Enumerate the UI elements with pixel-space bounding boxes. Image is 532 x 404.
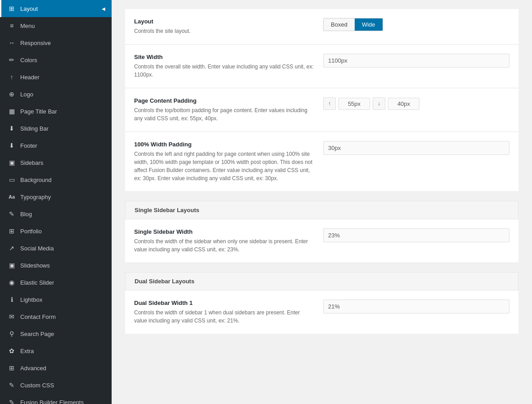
sidebar-item-label: Contact Form [20, 313, 105, 320]
sidebar-item-layout[interactable]: ⊞ Layout ◀ [0, 0, 112, 17]
colors-icon: ✏ [8, 56, 16, 64]
sidebar-item-background[interactable]: ▭ Background [0, 171, 112, 188]
width-padding-input[interactable] [323, 141, 509, 155]
main-content: Layout Controls the site layout. Boxed W… [112, 0, 532, 404]
single-sidebar-width-input[interactable] [323, 228, 509, 242]
layout-icon: ⊞ [8, 5, 16, 13]
setting-control-page-content-padding: ↑ ↓ [323, 97, 509, 110]
layout-button-group: Boxed Wide [323, 18, 383, 31]
sidebar-item-social-media[interactable]: ↗ Social Media [0, 240, 112, 257]
sidebar-item-label: Social Media [20, 245, 105, 252]
sidebar-item-slideshows[interactable]: ▣ Slideshows [0, 257, 112, 274]
setting-title-layout: Layout [134, 18, 314, 25]
setting-control-dual-sidebar-width-1 [323, 300, 509, 313]
sidebar-item-blog[interactable]: ✎ Blog [0, 205, 112, 222]
sidebar-item-label: Search Page [20, 331, 105, 337]
sidebar-item-label: Elastic Slider [20, 279, 105, 286]
sidebar-item-label: Header [20, 74, 105, 81]
sidebar-item-contact-form[interactable]: ✉ Contact Form [0, 308, 112, 325]
setting-control-width-padding [323, 141, 509, 155]
logo-icon: ⊕ [8, 90, 16, 98]
setting-label-single-sidebar-width: Single Sidebar Width Controls the width … [134, 228, 323, 254]
sidebar-item-label: Page Title Bar [20, 108, 105, 115]
footer-icon: ⬇ [8, 141, 16, 150]
responsive-icon: ↔ [8, 39, 16, 47]
sidebar-item-responsive[interactable]: ↔ Responsive [0, 34, 112, 51]
search-page-icon: ⚲ [8, 330, 16, 338]
setting-label-dual-sidebar-width-1: Dual Sidebar Width 1 Controls the width … [134, 300, 323, 325]
sidebar-item-label: Background [20, 177, 105, 183]
setting-control-single-sidebar-width [323, 228, 509, 242]
setting-desc-layout: Controls the site layout. [134, 27, 314, 35]
setting-row-dual-sidebar-width-1: Dual Sidebar Width 1 Controls the width … [125, 291, 518, 334]
elastic-slider-icon: ◉ [8, 278, 16, 286]
sidebar-item-logo[interactable]: ⊕ Logo [0, 86, 112, 103]
section-header-dual-sidebar: Dual Sidebar Layouts [125, 272, 518, 291]
sidebar-item-advanced[interactable]: ⊞ Advanced [0, 359, 112, 377]
contact-form-icon: ✉ [8, 313, 16, 321]
sidebar-item-portfolio[interactable]: ⊞ Portfolio [0, 222, 112, 240]
setting-title-single-sidebar-width: Single Sidebar Width [134, 228, 314, 235]
sidebar-item-label: Blog [20, 211, 105, 218]
page-title-bar-icon: ▦ [8, 107, 16, 115]
setting-desc-site-width: Controls the overall site width. Enter v… [134, 63, 314, 79]
sidebar-item-extra[interactable]: ✿ Extra [0, 342, 112, 359]
sidebar-item-label: Menu [20, 23, 105, 29]
sidebar-item-sliding-bar[interactable]: ⬇ Sliding Bar [0, 120, 112, 137]
setting-title-page-content-padding: Page Content Padding [134, 97, 314, 104]
sidebar-item-custom-css[interactable]: ✎ Custom CSS [0, 377, 112, 394]
setting-control-layout: Boxed Wide [323, 18, 509, 31]
sidebar-item-typography[interactable]: Aa Typography [0, 188, 112, 205]
lightbox-icon: ℹ [8, 295, 16, 304]
sidebar-item-fusion-builder-elements[interactable]: ✎ Fusion Builder Elements [0, 394, 112, 404]
extra-icon: ✿ [8, 347, 16, 355]
social-media-icon: ↗ [8, 244, 16, 252]
active-arrow-icon: ◀ [102, 6, 105, 11]
sidebar-item-label: Responsive [20, 40, 105, 46]
padding-bottom-input[interactable] [388, 98, 419, 110]
padding-top-input[interactable] [338, 98, 370, 110]
sidebar-item-label: Lightbox [20, 296, 105, 303]
sidebar-item-label: Portfolio [20, 228, 105, 235]
padding-control-top: ↑ ↓ [323, 97, 419, 110]
setting-row-layout: Layout Controls the site layout. Boxed W… [125, 9, 518, 45]
dual-sidebar-width-1-input[interactable] [323, 300, 509, 313]
layout-boxed-button[interactable]: Boxed [324, 18, 355, 31]
slideshows-icon: ▣ [8, 261, 16, 269]
setting-title-site-width: Site Width [134, 54, 314, 60]
sidebar-item-header[interactable]: ↑ Header [0, 68, 112, 86]
sidebar-item-lightbox[interactable]: ℹ Lightbox [0, 291, 112, 308]
layout-wide-button[interactable]: Wide [355, 18, 383, 31]
padding-top-down-button[interactable]: ↓ [373, 97, 385, 110]
sidebar-item-elastic-slider[interactable]: ◉ Elastic Slider [0, 274, 112, 291]
sidebar-item-search-page[interactable]: ⚲ Search Page [0, 325, 112, 342]
setting-desc-dual-sidebar-width-1: Controls the width of sidebar 1 when dua… [134, 309, 314, 325]
setting-desc-single-sidebar-width: Controls the width of the sidebar when o… [134, 237, 314, 254]
sidebar-item-label: Advanced [20, 365, 105, 372]
sidebar-item-page-title-bar[interactable]: ▦ Page Title Bar [0, 103, 112, 120]
padding-top-up-button[interactable]: ↑ [323, 97, 336, 110]
sidebar-item-menu[interactable]: ≡ Menu [0, 17, 112, 34]
sliding-bar-icon: ⬇ [8, 124, 16, 132]
setting-label-layout: Layout Controls the site layout. [134, 18, 323, 35]
sidebars-icon: ▣ [8, 159, 16, 167]
setting-row-page-content-padding: Page Content Padding Controls the top/bo… [125, 88, 518, 132]
section-header-label: Single Sidebar Layouts [135, 207, 199, 213]
sidebar-item-footer[interactable]: ⬇ Footer [0, 137, 112, 154]
content-wrapper: Layout Controls the site layout. Boxed W… [125, 9, 518, 334]
header-icon: ↑ [8, 73, 16, 81]
section-header-single-sidebar: Single Sidebar Layouts [125, 201, 518, 219]
setting-title-dual-sidebar-width-1: Dual Sidebar Width 1 [134, 300, 314, 306]
sidebar-item-sidebars[interactable]: ▣ Sidebars [0, 154, 112, 171]
setting-desc-width-padding: Controls the left and right padding for … [134, 150, 314, 182]
sidebar-item-label: Typography [20, 194, 105, 200]
setting-control-site-width [323, 54, 509, 68]
sidebar-item-label: Extra [20, 348, 105, 354]
sidebar-item-colors[interactable]: ✏ Colors [0, 51, 112, 68]
background-icon: ▭ [8, 176, 16, 184]
site-width-input[interactable] [323, 54, 509, 68]
setting-row-single-sidebar-width: Single Sidebar Width Controls the width … [125, 219, 518, 263]
setting-row-site-width: Site Width Controls the overall site wid… [125, 45, 518, 88]
sidebar-item-label: Fusion Builder Elements [20, 399, 105, 404]
setting-label-width-padding: 100% Width Padding Controls the left and… [134, 141, 323, 182]
